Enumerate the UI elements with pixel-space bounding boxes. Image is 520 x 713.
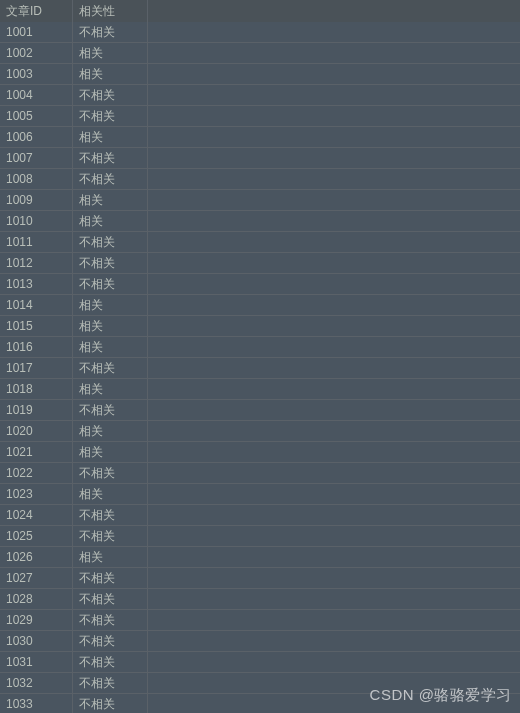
cell-rel[interactable]: 不相关 xyxy=(73,253,148,273)
cell-id[interactable]: 1021 xyxy=(0,442,73,462)
table-row[interactable]: 1019不相关 xyxy=(0,400,520,421)
cell-id[interactable]: 1011 xyxy=(0,232,73,252)
cell-rel[interactable]: 相关 xyxy=(73,64,148,84)
table-row[interactable]: 1033不相关 xyxy=(0,694,520,713)
cell-rel[interactable]: 相关 xyxy=(73,547,148,567)
table-row[interactable]: 1003相关 xyxy=(0,64,520,85)
cell-id[interactable]: 1031 xyxy=(0,652,73,672)
header-id[interactable]: 文章ID xyxy=(0,0,73,22)
cell-id[interactable]: 1008 xyxy=(0,169,73,189)
table-row[interactable]: 1027不相关 xyxy=(0,568,520,589)
cell-rel[interactable]: 不相关 xyxy=(73,148,148,168)
cell-id[interactable]: 1003 xyxy=(0,64,73,84)
cell-id[interactable]: 1032 xyxy=(0,673,73,693)
cell-rel[interactable]: 相关 xyxy=(73,379,148,399)
cell-id[interactable]: 1017 xyxy=(0,358,73,378)
cell-id[interactable]: 1012 xyxy=(0,253,73,273)
cell-id[interactable]: 1009 xyxy=(0,190,73,210)
cell-id[interactable]: 1026 xyxy=(0,547,73,567)
table-row[interactable]: 1029不相关 xyxy=(0,610,520,631)
cell-id[interactable]: 1022 xyxy=(0,463,73,483)
table-row[interactable]: 1018相关 xyxy=(0,379,520,400)
cell-rel[interactable]: 相关 xyxy=(73,316,148,336)
table-row[interactable]: 1004不相关 xyxy=(0,85,520,106)
cell-rel[interactable]: 不相关 xyxy=(73,505,148,525)
cell-rel[interactable]: 相关 xyxy=(73,484,148,504)
cell-id[interactable]: 1004 xyxy=(0,85,73,105)
cell-rel[interactable]: 相关 xyxy=(73,43,148,63)
table-row[interactable]: 1031不相关 xyxy=(0,652,520,673)
cell-id[interactable]: 1010 xyxy=(0,211,73,231)
cell-rel[interactable]: 相关 xyxy=(73,442,148,462)
header-rel[interactable]: 相关性 xyxy=(73,0,148,22)
cell-id[interactable]: 1028 xyxy=(0,589,73,609)
cell-rel[interactable]: 不相关 xyxy=(73,85,148,105)
table-row[interactable]: 1032不相关 xyxy=(0,673,520,694)
cell-rel[interactable]: 不相关 xyxy=(73,232,148,252)
table-row[interactable]: 1022不相关 xyxy=(0,463,520,484)
table-row[interactable]: 1006相关 xyxy=(0,127,520,148)
table-row[interactable]: 1028不相关 xyxy=(0,589,520,610)
cell-rel[interactable]: 不相关 xyxy=(73,673,148,693)
cell-id[interactable]: 1001 xyxy=(0,22,73,42)
cell-rel[interactable]: 不相关 xyxy=(73,694,148,713)
table-row[interactable]: 1030不相关 xyxy=(0,631,520,652)
table-row[interactable]: 1005不相关 xyxy=(0,106,520,127)
cell-id[interactable]: 1029 xyxy=(0,610,73,630)
cell-id[interactable]: 1005 xyxy=(0,106,73,126)
cell-rel[interactable]: 不相关 xyxy=(73,106,148,126)
cell-id[interactable]: 1024 xyxy=(0,505,73,525)
table-row[interactable]: 1016相关 xyxy=(0,337,520,358)
cell-id[interactable]: 1030 xyxy=(0,631,73,651)
table-row[interactable]: 1008不相关 xyxy=(0,169,520,190)
cell-id[interactable]: 1025 xyxy=(0,526,73,546)
table-row[interactable]: 1009相关 xyxy=(0,190,520,211)
table-row[interactable]: 1020相关 xyxy=(0,421,520,442)
cell-id[interactable]: 1016 xyxy=(0,337,73,357)
table-row[interactable]: 1021相关 xyxy=(0,442,520,463)
cell-rel[interactable]: 相关 xyxy=(73,421,148,441)
cell-id[interactable]: 1033 xyxy=(0,694,73,713)
cell-id[interactable]: 1007 xyxy=(0,148,73,168)
cell-rel[interactable]: 相关 xyxy=(73,295,148,315)
cell-rel[interactable]: 不相关 xyxy=(73,463,148,483)
cell-rel[interactable]: 相关 xyxy=(73,211,148,231)
cell-rel[interactable]: 相关 xyxy=(73,337,148,357)
cell-rel[interactable]: 不相关 xyxy=(73,526,148,546)
cell-id[interactable]: 1019 xyxy=(0,400,73,420)
table-row[interactable]: 1015相关 xyxy=(0,316,520,337)
cell-id[interactable]: 1015 xyxy=(0,316,73,336)
table-row[interactable]: 1007不相关 xyxy=(0,148,520,169)
cell-rel[interactable]: 不相关 xyxy=(73,169,148,189)
cell-rel[interactable]: 不相关 xyxy=(73,274,148,294)
table-row[interactable]: 1013不相关 xyxy=(0,274,520,295)
table-row[interactable]: 1012不相关 xyxy=(0,253,520,274)
cell-rel[interactable]: 不相关 xyxy=(73,631,148,651)
cell-rel[interactable]: 不相关 xyxy=(73,652,148,672)
cell-id[interactable]: 1027 xyxy=(0,568,73,588)
table-row[interactable]: 1017不相关 xyxy=(0,358,520,379)
cell-id[interactable]: 1006 xyxy=(0,127,73,147)
table-row[interactable]: 1026相关 xyxy=(0,547,520,568)
cell-id[interactable]: 1018 xyxy=(0,379,73,399)
table-row[interactable]: 1025不相关 xyxy=(0,526,520,547)
cell-id[interactable]: 1002 xyxy=(0,43,73,63)
table-row[interactable]: 1011不相关 xyxy=(0,232,520,253)
cell-rel[interactable]: 相关 xyxy=(73,190,148,210)
table-row[interactable]: 1023相关 xyxy=(0,484,520,505)
cell-rel[interactable]: 不相关 xyxy=(73,400,148,420)
cell-id[interactable]: 1013 xyxy=(0,274,73,294)
cell-id[interactable]: 1023 xyxy=(0,484,73,504)
table-row[interactable]: 1002相关 xyxy=(0,43,520,64)
cell-rel[interactable]: 相关 xyxy=(73,127,148,147)
cell-rel[interactable]: 不相关 xyxy=(73,610,148,630)
table-row[interactable]: 1024不相关 xyxy=(0,505,520,526)
table-row[interactable]: 1001不相关 xyxy=(0,22,520,43)
cell-id[interactable]: 1020 xyxy=(0,421,73,441)
cell-rel[interactable]: 不相关 xyxy=(73,589,148,609)
cell-rel[interactable]: 不相关 xyxy=(73,358,148,378)
cell-rel[interactable]: 不相关 xyxy=(73,22,148,42)
table-row[interactable]: 1010相关 xyxy=(0,211,520,232)
cell-rel[interactable]: 不相关 xyxy=(73,568,148,588)
cell-id[interactable]: 1014 xyxy=(0,295,73,315)
